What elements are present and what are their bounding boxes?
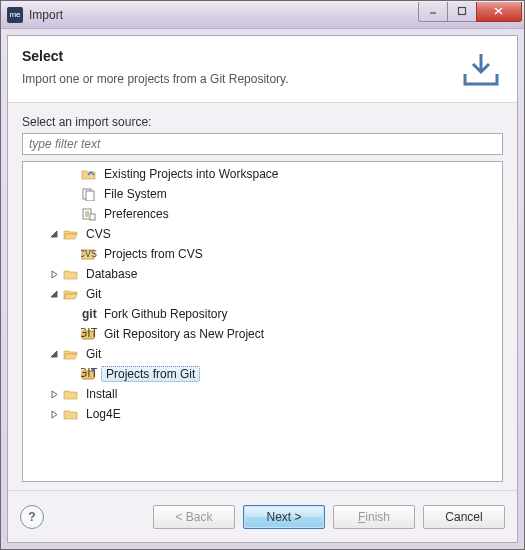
folder-open-icon (63, 226, 79, 242)
tree-item-label: Log4E (83, 406, 124, 422)
svg-rect-7 (90, 214, 95, 220)
help-button[interactable]: ? (20, 505, 44, 529)
expander-placeholder (65, 367, 79, 381)
folder-open-icon (63, 286, 79, 302)
git-repo-icon: GIT (81, 326, 97, 342)
folder-icon (63, 266, 79, 282)
folder-icon (63, 406, 79, 422)
cvs-icon: cvs (81, 246, 97, 262)
svg-text:git: git (82, 307, 97, 321)
close-button[interactable] (476, 2, 522, 22)
tree-item[interactable]: Existing Projects into Workspace (23, 164, 502, 184)
svg-text:GIT: GIT (81, 327, 97, 340)
wizard-body: Select an import source: Existing Projec… (8, 103, 517, 490)
expand-icon[interactable] (47, 267, 61, 281)
tree-item[interactable]: Git (23, 284, 502, 304)
titlebar[interactable]: me Import (1, 1, 524, 29)
cancel-button[interactable]: Cancel (423, 505, 505, 529)
expander-placeholder (65, 207, 79, 221)
svg-rect-1 (459, 8, 466, 15)
tree-item-label: Fork Github Repository (101, 306, 230, 322)
tree-item-label: CVS (83, 226, 114, 242)
git-text-icon: git (81, 306, 97, 322)
import-icon (459, 48, 503, 92)
tree-item[interactable]: Database (23, 264, 502, 284)
collapse-icon[interactable] (47, 227, 61, 241)
window-controls (419, 2, 522, 22)
import-source-tree[interactable]: Existing Projects into WorkspaceFile Sys… (23, 162, 502, 481)
expand-icon[interactable] (47, 387, 61, 401)
window-title: Import (29, 8, 419, 22)
tree-item-label: Git (83, 346, 104, 362)
tree-item-label: Git Repository as New Project (101, 326, 267, 342)
tree-item-label: Install (83, 386, 120, 402)
git-proj-icon: GIT (81, 366, 97, 382)
finish-button[interactable]: Finish (333, 505, 415, 529)
tree-item[interactable]: CVS (23, 224, 502, 244)
filesys-icon (81, 186, 97, 202)
button-bar: ? < Back Next > Finish Cancel (8, 490, 517, 542)
collapse-icon[interactable] (47, 287, 61, 301)
tree-item[interactable]: Install (23, 384, 502, 404)
expander-placeholder (65, 307, 79, 321)
tree-item-label: Projects from CVS (101, 246, 206, 262)
minimize-button[interactable] (418, 2, 448, 22)
maximize-button[interactable] (447, 2, 477, 22)
next-button[interactable]: Next > (243, 505, 325, 529)
tree-container: Existing Projects into WorkspaceFile Sys… (22, 161, 503, 482)
back-button[interactable]: < Back (153, 505, 235, 529)
expander-placeholder (65, 187, 79, 201)
tree-item-label: Preferences (101, 206, 172, 222)
tree-item[interactable]: GITProjects from Git (23, 364, 502, 384)
page-description: Import one or more projects from a Git R… (22, 72, 449, 86)
tree-item-label: Projects from Git (101, 366, 200, 382)
wizard-header: Select Import one or more projects from … (8, 36, 517, 103)
tree-item[interactable]: File System (23, 184, 502, 204)
app-icon: me (7, 7, 23, 23)
tree-item-label: Git (83, 286, 104, 302)
tree-item[interactable]: Log4E (23, 404, 502, 424)
dialog-window: me Import Select Import one or more proj… (0, 0, 525, 550)
folder-open-icon (63, 346, 79, 362)
tree-item-label: File System (101, 186, 170, 202)
prefs-icon (81, 206, 97, 222)
svg-text:cvs: cvs (81, 247, 97, 260)
tree-item[interactable]: gitFork Github Repository (23, 304, 502, 324)
expand-icon[interactable] (47, 407, 61, 421)
tree-item[interactable]: Git (23, 344, 502, 364)
tree-item[interactable]: GITGit Repository as New Project (23, 324, 502, 344)
expander-placeholder (65, 247, 79, 261)
client-area: Select Import one or more projects from … (7, 35, 518, 543)
projects-icon (81, 166, 97, 182)
tree-item-label: Database (83, 266, 140, 282)
tree-item[interactable]: Preferences (23, 204, 502, 224)
collapse-icon[interactable] (47, 347, 61, 361)
expander-placeholder (65, 327, 79, 341)
filter-input[interactable] (22, 133, 503, 155)
expander-placeholder (65, 167, 79, 181)
svg-text:GIT: GIT (81, 367, 97, 380)
page-title: Select (22, 48, 449, 64)
folder-icon (63, 386, 79, 402)
tree-item[interactable]: cvsProjects from CVS (23, 244, 502, 264)
filter-label: Select an import source: (22, 115, 503, 129)
tree-item-label: Existing Projects into Workspace (101, 166, 282, 182)
svg-rect-5 (86, 191, 94, 201)
